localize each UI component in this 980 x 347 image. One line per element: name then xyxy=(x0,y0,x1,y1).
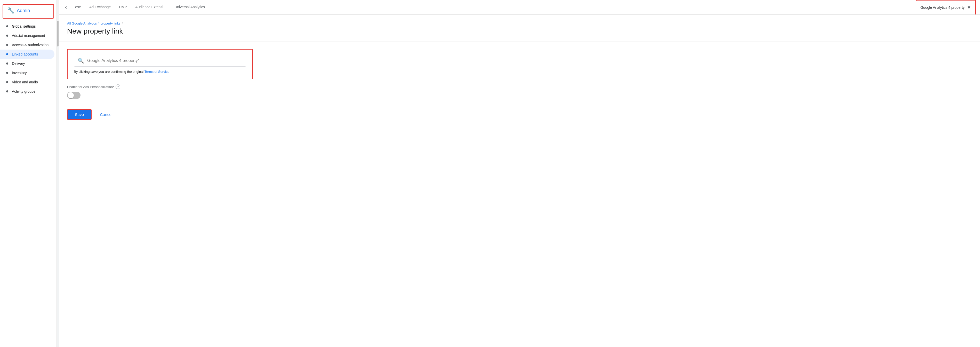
nav-dot-global-settings xyxy=(6,25,8,27)
admin-icon: 🔧 xyxy=(7,7,14,14)
sidebar-item-label-ads-txt-management: Ads.txt management xyxy=(12,33,45,38)
chevron-down-icon: ▼ xyxy=(967,5,971,10)
sidebar-item-delivery[interactable]: Delivery xyxy=(0,59,54,68)
nav-dot-delivery xyxy=(6,62,8,65)
nav-dot-ads-txt-management xyxy=(6,35,8,37)
nav-dot-activity-groups xyxy=(6,91,8,92)
top-navigation: ‹ oseAd ExchangeDMPAudience Extensi...Un… xyxy=(59,0,980,15)
nav-tab-dmp[interactable]: DMP xyxy=(115,0,131,14)
property-link-form: 🔍 By clicking save you are confirming th… xyxy=(67,49,253,79)
search-icon: 🔍 xyxy=(78,57,84,64)
nav-tab-universal-analytics[interactable]: Universal Analytics xyxy=(170,0,209,14)
tos-prefix: By clicking save you are confirming the … xyxy=(74,70,145,73)
sidebar-item-global-settings[interactable]: Global settings xyxy=(0,22,54,31)
nav-tabs: oseAd ExchangeDMPAudience Extensi...Univ… xyxy=(71,0,916,14)
nav-tab-ad-exchange[interactable]: Ad Exchange xyxy=(85,0,115,14)
sidebar-item-video-and-audio[interactable]: Video and audio xyxy=(0,78,54,87)
admin-title: Admin xyxy=(17,8,30,13)
tos-text: By clicking save you are confirming the … xyxy=(74,70,246,73)
page-title: New property link xyxy=(67,27,972,35)
nav-dot-linked-accounts xyxy=(6,53,8,55)
content-divider xyxy=(59,41,980,42)
nav-dot-video-and-audio xyxy=(6,81,8,83)
scrollbar-thumb xyxy=(57,21,59,46)
sidebar: 🔧 Admin Global settingsAds.txt managemen… xyxy=(0,0,57,347)
sidebar-item-inventory[interactable]: Inventory xyxy=(0,68,54,78)
nav-tab-audience-extensi[interactable]: Audience Extensi... xyxy=(131,0,170,14)
ads-personalization-toggle[interactable] xyxy=(67,92,81,99)
sidebar-item-access-authorization[interactable]: Access & authorization xyxy=(0,40,54,49)
action-buttons: Save Cancel xyxy=(67,109,972,120)
save-button[interactable]: Save xyxy=(67,109,92,120)
nav-tab-ga4-dropdown[interactable]: Google Analytics 4 property ▼ xyxy=(916,0,976,14)
page-content: All Google Analytics 4 property links › … xyxy=(59,15,980,347)
admin-header[interactable]: 🔧 Admin xyxy=(3,4,54,19)
nav-dot-access-authorization xyxy=(6,44,8,46)
sidebar-item-activity-groups[interactable]: Activity groups xyxy=(0,87,54,96)
ga4-property-search-input[interactable] xyxy=(87,58,242,63)
nav-tab-list: oseAd ExchangeDMPAudience Extensi...Univ… xyxy=(71,0,209,14)
sidebar-nav: Global settingsAds.txt managementAccess … xyxy=(0,22,57,96)
back-button[interactable]: ‹ xyxy=(63,2,69,13)
tos-link[interactable]: Terms of Service xyxy=(145,70,170,73)
search-wrapper: 🔍 xyxy=(74,55,246,67)
main-content: ‹ oseAd ExchangeDMPAudience Extensi...Un… xyxy=(59,0,980,347)
toggle-label-text: Enable for Ads Personalization* xyxy=(67,85,114,89)
sidebar-item-label-global-settings: Global settings xyxy=(12,24,36,29)
toggle-section: Enable for Ads Personalization* ? xyxy=(67,84,972,99)
breadcrumb-link[interactable]: All Google Analytics 4 property links xyxy=(67,21,121,25)
sidebar-item-label-activity-groups: Activity groups xyxy=(12,89,35,94)
sidebar-item-ads-txt-management[interactable]: Ads.txt management xyxy=(0,31,54,40)
sidebar-item-label-delivery: Delivery xyxy=(12,62,25,65)
nav-tab-ose[interactable]: ose xyxy=(71,0,85,14)
breadcrumb-separator: › xyxy=(122,21,123,25)
sidebar-item-label-video-and-audio: Video and audio xyxy=(12,80,38,84)
toggle-label: Enable for Ads Personalization* ? xyxy=(67,84,972,89)
sidebar-item-label-linked-accounts: Linked accounts xyxy=(12,52,38,56)
sidebar-scrollbar[interactable] xyxy=(57,0,59,347)
toggle-thumb xyxy=(68,92,74,99)
sidebar-item-label-inventory: Inventory xyxy=(12,71,27,75)
cancel-button[interactable]: Cancel xyxy=(96,110,117,119)
nav-tab-ga4-label: Google Analytics 4 property xyxy=(920,5,964,10)
nav-dot-inventory xyxy=(6,72,8,74)
sidebar-item-linked-accounts[interactable]: Linked accounts xyxy=(0,49,54,59)
breadcrumb: All Google Analytics 4 property links › xyxy=(67,21,972,25)
sidebar-item-label-access-authorization: Access & authorization xyxy=(12,43,49,47)
help-icon[interactable]: ? xyxy=(116,84,120,89)
